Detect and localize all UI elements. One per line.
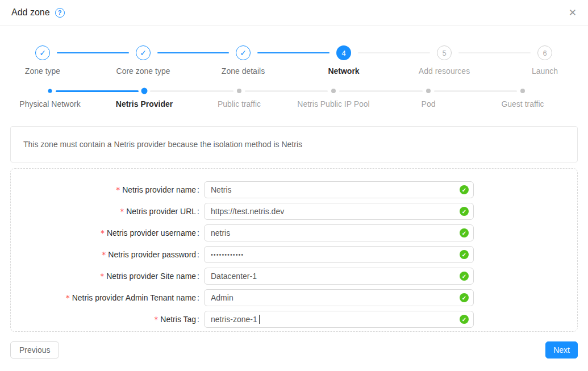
text-cursor — [259, 315, 260, 324]
substep-label: Physical Network — [19, 99, 80, 109]
check-circle-icon: ✓ — [136, 45, 151, 60]
substep-connector — [434, 90, 517, 92]
success-check-icon: ✓ — [460, 207, 469, 216]
step-number-badge: 4 — [336, 45, 351, 60]
required-marker: * — [101, 228, 105, 237]
check-circle-icon: ✓ — [35, 45, 50, 60]
netris-provider-form: *Netris provider name: ✓ *Netris provide… — [10, 168, 578, 332]
substep-dot-physical-network — [48, 89, 52, 93]
check-circle-icon: ✓ — [236, 45, 251, 60]
input-wrap: ✓ — [204, 224, 474, 241]
success-check-icon: ✓ — [460, 293, 469, 302]
success-check-icon: ✓ — [460, 250, 469, 259]
substep-dot-public-traffic — [237, 89, 241, 93]
form-row-provider-password: *Netris provider password: ✓ — [11, 246, 577, 263]
field-label: *Netris provider Site name: — [11, 272, 204, 281]
field-label: *Netris provider password: — [11, 250, 204, 259]
step-label: Zone details — [193, 66, 293, 76]
network-substepper: Physical Network Netris Provider Public … — [10, 87, 578, 112]
substep-dot-netris-provider — [141, 88, 148, 94]
input-wrap: ✓ — [204, 203, 474, 220]
substep-label: Netris Public IP Pool — [297, 99, 369, 109]
netris-provider-username-input[interactable] — [204, 224, 474, 241]
step-add-resources: 5 Add resources — [394, 45, 494, 76]
substep-connector — [150, 90, 233, 92]
netris-admin-tenant-name-input[interactable] — [204, 289, 474, 306]
required-marker: * — [120, 207, 124, 216]
substep-connector — [56, 90, 139, 92]
substep-dot-pod — [426, 89, 431, 93]
netris-provider-password-input[interactable] — [204, 246, 474, 263]
step-zone-type: ✓ Zone type — [0, 45, 93, 76]
wizard-stepper: ✓ Zone type ✓ Core zone type ✓ Zone deta… — [10, 45, 578, 80]
step-label: Zone type — [0, 66, 93, 76]
isolation-method-notice: This zone must contain a Netris provider… — [10, 126, 578, 162]
step-number-badge: 5 — [437, 45, 452, 60]
field-label: *Netris provider username: — [11, 228, 204, 237]
required-marker: * — [116, 185, 120, 194]
step-label: Core zone type — [93, 66, 193, 76]
form-row-provider-url: *Netris provider URL: ✓ — [11, 203, 577, 220]
substep-dot-guest-traffic — [520, 89, 525, 93]
step-label: Network — [294, 66, 394, 76]
step-label: Add resources — [394, 66, 494, 76]
step-network: 4 Network — [294, 45, 394, 76]
input-wrap: ✓ — [204, 289, 474, 306]
success-check-icon: ✓ — [460, 185, 469, 194]
dialog-title: Add zone — [11, 7, 50, 18]
step-label: Launch — [495, 66, 588, 76]
dialog-header: Add zone ? ✕ — [0, 0, 588, 26]
notice-text: This zone must contain a Netris provider… — [23, 140, 302, 149]
substep-label: Guest traffic — [501, 99, 544, 109]
step-core-zone-type: ✓ Core zone type — [93, 45, 193, 76]
substep-label: Pod — [422, 99, 436, 109]
success-check-icon: ✓ — [460, 272, 469, 281]
input-wrap: ✓ — [204, 181, 474, 198]
substep-label: Netris Provider — [116, 99, 173, 109]
help-icon[interactable]: ? — [55, 8, 65, 18]
step-launch: 6 Launch — [495, 45, 588, 76]
previous-button[interactable]: Previous — [10, 341, 59, 359]
form-row-netris-tag: *Netris Tag: ✓ — [11, 311, 577, 328]
required-marker: * — [100, 272, 104, 281]
required-marker: * — [102, 250, 106, 259]
step-zone-details: ✓ Zone details — [193, 45, 293, 76]
netris-tag-input[interactable] — [204, 311, 474, 328]
close-icon[interactable]: ✕ — [566, 6, 579, 20]
success-check-icon: ✓ — [460, 315, 469, 324]
substep-label: Public traffic — [218, 99, 261, 109]
substep-connector — [245, 90, 328, 92]
field-label: *Netris provider name: — [11, 185, 204, 194]
success-check-icon: ✓ — [460, 228, 469, 237]
form-row-provider-name: *Netris provider name: ✓ — [11, 181, 577, 198]
netris-provider-site-name-input[interactable] — [204, 268, 474, 285]
next-button[interactable]: Next — [545, 341, 578, 359]
form-row-provider-site-name: *Netris provider Site name: ✓ — [11, 268, 577, 285]
netris-provider-name-input[interactable] — [204, 181, 474, 198]
input-wrap: ✓ — [204, 268, 474, 285]
netris-provider-url-input[interactable] — [204, 203, 474, 220]
field-label: *Netris provider Admin Tenant name: — [11, 293, 204, 302]
form-row-provider-username: *Netris provider username: ✓ — [11, 224, 577, 241]
field-label: *Netris provider URL: — [11, 207, 204, 216]
required-marker: * — [154, 315, 158, 324]
form-row-admin-tenant-name: *Netris provider Admin Tenant name: ✓ — [11, 289, 577, 306]
required-marker: * — [66, 293, 70, 302]
substep-dot-netris-public-ip-pool — [331, 89, 336, 93]
step-number-badge: 6 — [537, 45, 552, 60]
input-wrap: ✓ — [204, 246, 474, 263]
field-label: *Netris Tag: — [11, 315, 204, 324]
substep-connector — [339, 90, 423, 92]
input-wrap: ✓ — [204, 311, 474, 328]
